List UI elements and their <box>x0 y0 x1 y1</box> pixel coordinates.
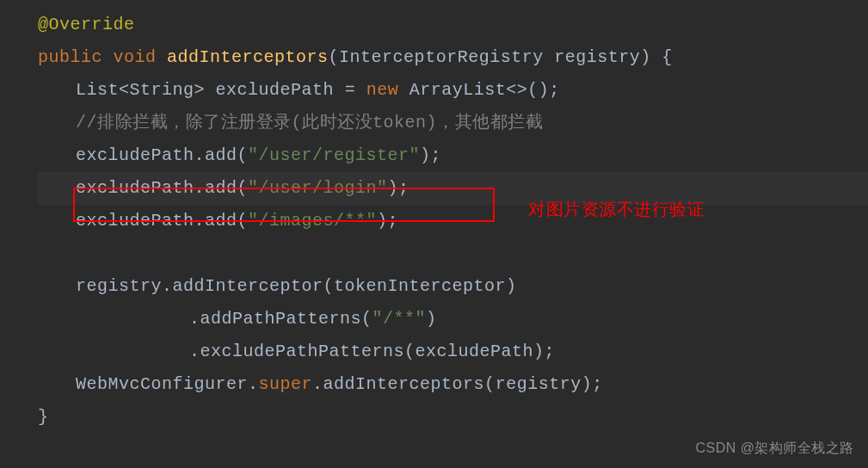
dot: . <box>194 211 206 231</box>
paren: ); <box>420 145 441 165</box>
paren: ); <box>377 211 398 231</box>
method: excludePathPatterns <box>200 342 405 361</box>
code-line: .excludePathPatterns(excludePath); <box>38 336 868 368</box>
equals: = <box>345 80 356 100</box>
type-string: String <box>130 80 194 100</box>
method: addInterceptors <box>323 374 485 394</box>
var: registry <box>496 374 582 394</box>
method: addPathPatterns <box>200 309 362 329</box>
code-line: registry.addInterceptor(tokenInterceptor… <box>38 270 868 303</box>
dot: . <box>189 309 200 329</box>
var: excludePath <box>76 178 194 198</box>
code-line: @Override <box>38 9 868 41</box>
generic: <> <box>506 80 527 100</box>
paren: ( <box>237 211 249 231</box>
method-name: addInterceptors <box>167 47 329 67</box>
keyword-super: super <box>259 374 313 394</box>
code-line: public void addInterceptors(InterceptorR… <box>38 41 868 74</box>
type: WebMvcConfigurer <box>76 374 248 394</box>
method-add: add <box>205 178 237 198</box>
code-line: excludePath.add("/user/register"); <box>38 139 868 172</box>
code-line: } <box>38 401 868 434</box>
paren: ) <box>426 309 437 329</box>
var: registry <box>76 276 162 296</box>
code-line: .addPathPatterns("/**") <box>38 303 868 336</box>
watermark-text: CSDN @架构师全栈之路 <box>695 435 854 461</box>
param-name: registry <box>554 47 640 67</box>
param-type: InterceptorRegistry <box>339 47 544 67</box>
paren: ); <box>533 342 555 361</box>
type-list: List <box>76 80 119 100</box>
code-editor: @Override public void addInterceptors(In… <box>0 9 868 434</box>
keyword-new: new <box>366 80 399 100</box>
method-add: add <box>205 145 237 165</box>
string-literal: "/images/**" <box>248 211 377 231</box>
type-arraylist: ArrayList <box>409 80 507 100</box>
var: excludePath <box>76 211 194 231</box>
paren: ); <box>582 374 603 394</box>
code-line: WebMvcConfigurer.super.addInterceptors(r… <box>38 368 868 401</box>
paren: ( <box>323 276 335 296</box>
code-line: excludePath.add("/images/**"); <box>38 205 868 237</box>
string-literal: "/**" <box>372 309 427 329</box>
var: excludePath <box>416 342 534 361</box>
string-literal: "/user/register" <box>248 145 420 165</box>
parens: (); <box>527 80 560 100</box>
annotation-token: @Override <box>38 15 135 34</box>
paren: ( <box>237 178 249 198</box>
brace: } <box>38 407 49 427</box>
paren: ( <box>329 47 340 67</box>
dot: . <box>194 178 206 198</box>
generic: < <box>119 80 130 100</box>
code-line: List<String> excludePath = new ArrayList… <box>38 74 868 107</box>
code-line: excludePath.add("/user/login"); <box>38 172 868 205</box>
paren: ( <box>237 145 249 165</box>
annotation-label: 对图片资源不进行验证 <box>528 193 705 225</box>
generic: > <box>194 80 206 100</box>
paren: ); <box>388 178 409 198</box>
var: excludePath <box>76 145 194 165</box>
paren: ( <box>404 342 416 361</box>
method-add: add <box>205 211 237 231</box>
dot: . <box>162 276 173 296</box>
string-literal: "/user/login" <box>248 178 388 198</box>
var: tokenInterceptor <box>334 276 506 296</box>
dot: . <box>194 145 206 165</box>
dot: . <box>189 342 200 361</box>
dot: . <box>312 374 323 394</box>
paren: ) <box>506 276 517 296</box>
comment: //排除拦截，除了注册登录(此时还没token)，其他都拦截 <box>76 113 543 132</box>
paren: ) { <box>640 47 673 67</box>
keyword-public: public <box>38 47 102 67</box>
code-line: //排除拦截，除了注册登录(此时还没token)，其他都拦截 <box>38 107 868 139</box>
method: addInterceptor <box>173 276 323 296</box>
keyword-void: void <box>114 47 157 67</box>
paren: ( <box>361 309 372 329</box>
dot: . <box>248 374 259 394</box>
code-line-empty <box>38 237 868 270</box>
var-excludepath: excludePath <box>216 80 335 100</box>
paren: ( <box>484 374 496 394</box>
